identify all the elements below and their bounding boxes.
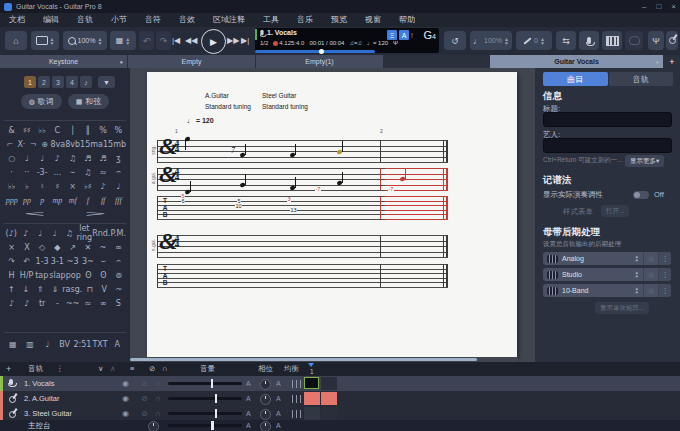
palette-symbol[interactable]: ·· [19, 168, 34, 177]
redo-button[interactable]: ↷ [156, 31, 171, 50]
solo-headphones-icon[interactable]: ∩ [155, 406, 161, 421]
view-mode-button[interactable]: ▲▼ [31, 31, 59, 50]
palette-tool[interactable]: TXT [91, 340, 108, 349]
voice-button-1[interactable]: 1 [24, 76, 36, 88]
tab-fret-number[interactable]: 6 [181, 199, 185, 204]
palette-symbol[interactable]: ~~ [65, 299, 80, 308]
palette-symbol[interactable]: ↗ [65, 243, 80, 252]
volume-handle[interactable] [215, 394, 218, 403]
palette-symbol[interactable]: - [50, 299, 65, 308]
palette-tool[interactable]: ▦ [4, 340, 21, 349]
volume-handle[interactable] [211, 379, 214, 388]
palette-symbol[interactable]: ♪ [19, 229, 34, 238]
palette-symbol[interactable]: ~3 [65, 257, 80, 266]
new-tab-button[interactable]: + [664, 55, 680, 68]
solo-headphones-icon[interactable]: ∩ [155, 391, 161, 406]
panel-tab-音轨[interactable]: 音轨 [609, 72, 674, 86]
track-row[interactable]: 1. Vocals◉⊘∩AA [0, 376, 680, 391]
multivoice-button[interactable]: ♪ [80, 76, 92, 88]
virtual-keyboard-button[interactable] [602, 31, 622, 50]
palette-symbol[interactable]: × [4, 243, 19, 252]
master-volume-handle[interactable] [211, 421, 214, 430]
page-layout-button[interactable]: ▦▲▼ [110, 31, 136, 50]
palette-symbol[interactable]: p [35, 196, 50, 205]
palette-symbol[interactable]: ⌢ [111, 256, 126, 266]
tab-fret-number[interactable]: 10 [235, 204, 242, 209]
maximize-button[interactable]: □ [656, 2, 661, 11]
tab-pin-icon[interactable]: ● [119, 59, 123, 65]
menu-音符[interactable]: 音符 [136, 13, 170, 27]
solo-all-icon[interactable]: ∩ [162, 362, 167, 376]
slot-menu-button[interactable]: ⋮ [658, 252, 671, 265]
pick-tool-button[interactable]: ▼ [98, 76, 115, 88]
palette-symbol[interactable]: ♪ [50, 154, 65, 163]
palette-symbol[interactable]: · [4, 168, 19, 177]
eq-sliders-icon[interactable] [292, 395, 302, 403]
expand-icon[interactable]: ∧ [110, 362, 116, 376]
palette-symbol[interactable]: ♬ [96, 154, 111, 163]
palette-symbol[interactable]: ♯♯ [19, 126, 34, 135]
palette-symbol[interactable]: ppp [4, 196, 19, 205]
palette-symbol[interactable]: V [97, 285, 112, 294]
palette-symbol[interactable]: ⌣ [96, 256, 111, 266]
visibility-eye-icon[interactable]: ◉ [122, 376, 129, 391]
palette-symbol[interactable]: ⊚ [111, 271, 126, 280]
palette-symbol[interactable]: tr [35, 299, 50, 308]
palette-symbol[interactable]: ║ [80, 126, 95, 135]
panel-tab-曲目[interactable]: 曲目 [543, 72, 608, 86]
palette-symbol[interactable]: ⇑ [33, 285, 48, 294]
mute-icon[interactable]: ⊘ [141, 406, 148, 421]
volume-handle[interactable] [215, 409, 218, 418]
palette-symbol[interactable]: ʘ [96, 271, 111, 280]
menu-文档[interactable]: 文档 [0, 13, 34, 27]
palette-symbol[interactable]: ≈ [96, 168, 111, 177]
slot-stepper-icon[interactable]: ▲▼ [635, 255, 639, 263]
palette-symbol[interactable]: (♪) [4, 229, 19, 238]
menu-编辑[interactable]: 编辑 [34, 13, 68, 27]
palette-symbol[interactable]: ↶ [19, 257, 34, 266]
palette-symbol[interactable]: ◇ [35, 243, 50, 252]
progress-handle[interactable] [319, 49, 324, 54]
tuner-button[interactable]: Ψ [648, 31, 664, 50]
palette-symbol[interactable]: 3~ [80, 257, 95, 266]
show-more-button[interactable]: 显示更多▾ [625, 155, 664, 167]
volume-slider[interactable] [168, 382, 242, 385]
tab-fret-number[interactable]: -7 [388, 187, 394, 192]
master-volume-slider[interactable] [168, 424, 242, 427]
slot-stepper-icon[interactable]: ▲▼ [635, 271, 639, 279]
go-end-button[interactable]: ▶| [241, 36, 249, 45]
document-tab[interactable]: Empty(1) [256, 55, 384, 68]
palette-tool[interactable]: BV [56, 340, 73, 349]
palette-symbol[interactable]: ¬ [27, 140, 39, 149]
go-start-button[interactable]: |◀ [172, 36, 180, 45]
mastering-slot[interactable]: 10-Band▲▼◎⋮ [543, 284, 671, 297]
rewind-button[interactable]: ◀◀ [185, 36, 197, 45]
eq-sliders-icon[interactable] [292, 380, 302, 388]
automation-a[interactable]: A [246, 376, 251, 391]
document-tab[interactable]: Empty [128, 55, 256, 68]
palette-symbol[interactable]: 1-3 [35, 257, 50, 266]
voice-button-4[interactable]: 4 [66, 76, 78, 88]
palette-symbol[interactable]: let ring [77, 224, 93, 242]
palette-symbol[interactable]: 3-1 [50, 257, 65, 266]
menu-帮助[interactable]: 帮助 [390, 13, 424, 27]
palette-symbol[interactable]: mp [50, 196, 65, 205]
palette-symbol[interactable]: X· [16, 140, 28, 149]
drum-pad-button[interactable] [625, 31, 643, 50]
palette-symbol[interactable]: mf [65, 196, 80, 205]
slot-stepper-icon[interactable]: ▲▼ [635, 287, 639, 295]
menu-工具[interactable]: 工具 [254, 13, 288, 27]
slot-power-button[interactable]: ◎ [643, 284, 658, 297]
palette-symbol[interactable]: % [96, 126, 111, 135]
tab-pin-icon[interactable]: ● [655, 59, 659, 65]
palette-tool[interactable]: A [109, 340, 126, 349]
lyrics-button[interactable]: ◍歌词 [21, 94, 62, 109]
playback-progress-bar[interactable] [255, 50, 375, 53]
palette-symbol[interactable]: ◆ [50, 243, 65, 252]
master-pan-knob[interactable] [260, 421, 271, 431]
eq-sliders-icon[interactable] [292, 410, 302, 418]
volume-slider[interactable] [168, 397, 242, 400]
visibility-eye-icon[interactable]: ◉ [122, 406, 129, 421]
palette-symbol[interactable]: -3- [35, 168, 50, 177]
palette-symbol[interactable]: ♭♭ [35, 126, 50, 135]
